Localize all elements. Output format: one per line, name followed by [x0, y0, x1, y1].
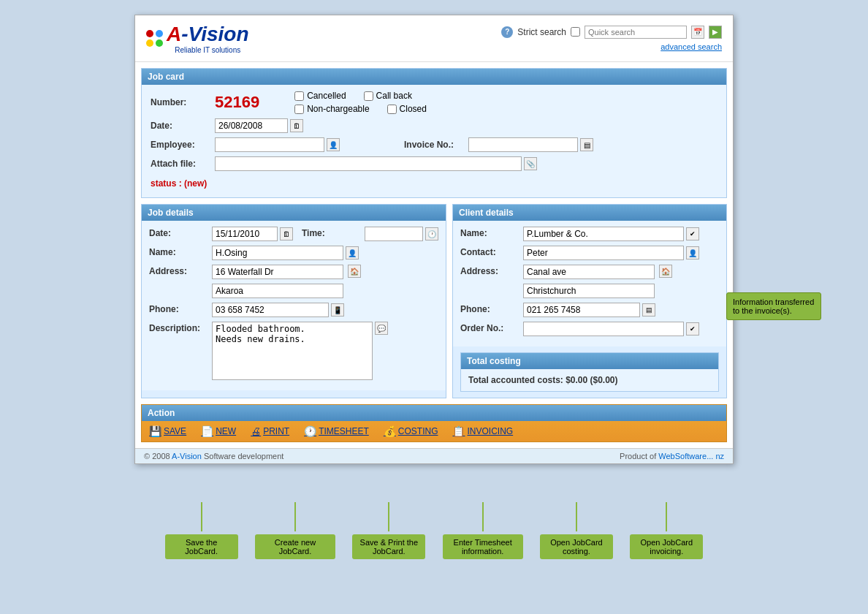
client-contact-input[interactable] — [523, 246, 684, 260]
save-button[interactable]: 💾 SAVE — [149, 425, 186, 437]
new-button[interactable]: 📄 NEW — [201, 425, 236, 437]
client-name-label: Name: — [460, 227, 519, 238]
dot-yellow — [146, 39, 153, 47]
employee-row: Employee: 👤 Invoice No.: ▤ — [151, 137, 717, 152]
number-label: Number: — [151, 97, 209, 107]
detail-date-row: Date: 🗓 Time: 🕐 — [149, 227, 438, 241]
detail-date-label: Date: — [149, 227, 208, 238]
client-address-input2[interactable] — [523, 284, 655, 298]
dot-red — [146, 30, 153, 37]
annotation-costing: Open JobCard costing. — [540, 534, 613, 559]
attach-file-icon[interactable]: 📎 — [524, 157, 537, 170]
detail-address-input1[interactable] — [212, 265, 343, 279]
job-card-section: Job card Number: 52169 Cancelled Call ba… — [141, 68, 727, 198]
number-row: Number: 52169 Cancelled Call back — [151, 91, 717, 114]
logo-tagline: Reliable IT solutions — [167, 46, 249, 54]
client-contact-row: Contact: 👤 — [460, 246, 719, 260]
detail-phone-input[interactable] — [212, 303, 329, 317]
cancelled-checkbox[interactable] — [294, 91, 304, 101]
total-costing-section: Total costing Total accounted costs: $0.… — [460, 352, 719, 392]
detail-description-label: Description: — [149, 322, 208, 333]
logo-area: A-Vision Reliable IT solutions — [146, 23, 249, 54]
phone-icon[interactable]: 📱 — [331, 303, 344, 317]
two-col-section: Job details Date: 🗓 Time: — [141, 204, 727, 398]
quick-search-input[interactable] — [585, 26, 687, 39]
time-label: Time: — [302, 227, 360, 238]
invoice-input[interactable] — [468, 137, 578, 152]
footer-websoftware-link[interactable]: WebSoftware... — [658, 452, 713, 460]
client-details-section: Client details Name: ✔ Contact: — [452, 204, 727, 398]
print-button[interactable]: 🖨 PRINT — [251, 425, 289, 437]
client-phone-input[interactable] — [523, 303, 640, 317]
employee-person-icon[interactable]: 👤 — [327, 138, 340, 151]
job-details-section: Job details Date: 🗓 Time: — [141, 204, 446, 398]
costing-icon: 💰 — [384, 425, 396, 437]
invoice-btn-icon[interactable]: ▤ — [580, 138, 593, 151]
detail-phone-row: Phone: 📱 — [149, 303, 438, 317]
client-address-home-icon[interactable]: 🏠 — [659, 265, 672, 278]
detail-date-input[interactable] — [212, 227, 278, 241]
save-icon: 💾 — [149, 425, 161, 437]
client-address-input1[interactable] — [523, 265, 655, 279]
employee-input[interactable] — [215, 137, 324, 152]
dot-green — [156, 39, 163, 47]
closed-checkbox[interactable] — [387, 105, 397, 114]
checkboxes-area: Cancelled Call back Non-chargeable Close… — [294, 91, 427, 114]
new-icon: 📄 — [201, 425, 213, 437]
client-phone-icon[interactable]: ▤ — [642, 303, 655, 317]
dot-blue — [156, 30, 163, 37]
attach-row: Attach file: 📎 — [151, 156, 717, 171]
annotations-section: Save the JobCard. Create new JobCard. Sa… — [134, 464, 734, 559]
time-input[interactable] — [365, 227, 423, 241]
description-comment-icon[interactable]: 💬 — [375, 322, 388, 335]
client-phone-label: Phone: — [460, 303, 519, 314]
footer-nz-link[interactable]: nz — [715, 452, 724, 460]
address-home-icon[interactable]: 🏠 — [348, 265, 361, 278]
date-input[interactable] — [215, 118, 288, 133]
client-order-row: Order No.: ✔ — [460, 322, 719, 336]
footer: © 2008 A-Vision Software development Pro… — [135, 448, 733, 463]
client-name-icon[interactable]: ✔ — [686, 227, 699, 240]
client-address-label: Address: — [460, 265, 519, 276]
date-calendar-icon[interactable]: 🗓 — [290, 119, 303, 132]
detail-description-textarea[interactable]: Flooded bathroom. Needs new drains. — [212, 322, 373, 380]
detail-name-label: Name: — [149, 246, 208, 257]
detail-name-person-icon[interactable]: 👤 — [346, 246, 359, 259]
strict-search-checkbox[interactable] — [571, 27, 580, 37]
help-icon[interactable]: ? — [501, 26, 513, 38]
client-contact-person-icon[interactable]: 👤 — [686, 246, 699, 259]
attach-input[interactable] — [215, 156, 522, 171]
costing-button[interactable]: 💰 COSTING — [384, 425, 438, 437]
invoicing-button[interactable]: 📋 INVOICING — [452, 425, 513, 437]
invoice-label: Invoice No.: — [404, 140, 462, 150]
calendar-search-icon[interactable]: 📅 — [691, 26, 704, 39]
advanced-search-link[interactable]: advanced search — [660, 42, 722, 51]
detail-address-input2[interactable] — [212, 284, 343, 298]
client-contact-label: Contact: — [460, 246, 519, 257]
client-name-input[interactable] — [523, 227, 684, 241]
client-order-input[interactable] — [523, 322, 684, 336]
detail-name-row: Name: 👤 — [149, 246, 438, 260]
timesheet-icon: 🕐 — [304, 425, 316, 437]
time-icon[interactable]: 🕐 — [425, 227, 438, 240]
non-chargeable-label: Non-chargeable — [307, 104, 369, 114]
client-order-icon[interactable]: ✔ — [686, 322, 699, 336]
date-row: Date: 🗓 — [151, 118, 717, 133]
client-order-label: Order No.: — [460, 322, 519, 333]
search-go-icon[interactable]: ▶ — [709, 26, 722, 39]
call-back-checkbox[interactable] — [364, 91, 373, 101]
client-name-row: Name: ✔ — [460, 227, 719, 241]
detail-phone-label: Phone: — [149, 303, 208, 314]
annotation-print: Save & Print the JobCard. — [352, 534, 425, 559]
annotation-timesheet: Enter Timesheet information. — [443, 534, 523, 559]
timesheet-button[interactable]: 🕐 TIMESHEET — [304, 425, 369, 437]
non-chargeable-checkbox[interactable] — [294, 105, 304, 114]
date-label: Date: — [151, 121, 209, 131]
print-icon: 🖨 — [251, 425, 261, 437]
logo-dots — [146, 30, 163, 47]
detail-address-label: Address: — [149, 265, 208, 276]
detail-date-calendar-icon[interactable]: 🗓 — [280, 227, 293, 240]
logo-text: A-Vision — [167, 23, 249, 46]
detail-name-input[interactable] — [212, 246, 343, 260]
footer-avision-link[interactable]: A-Vision — [172, 452, 202, 460]
